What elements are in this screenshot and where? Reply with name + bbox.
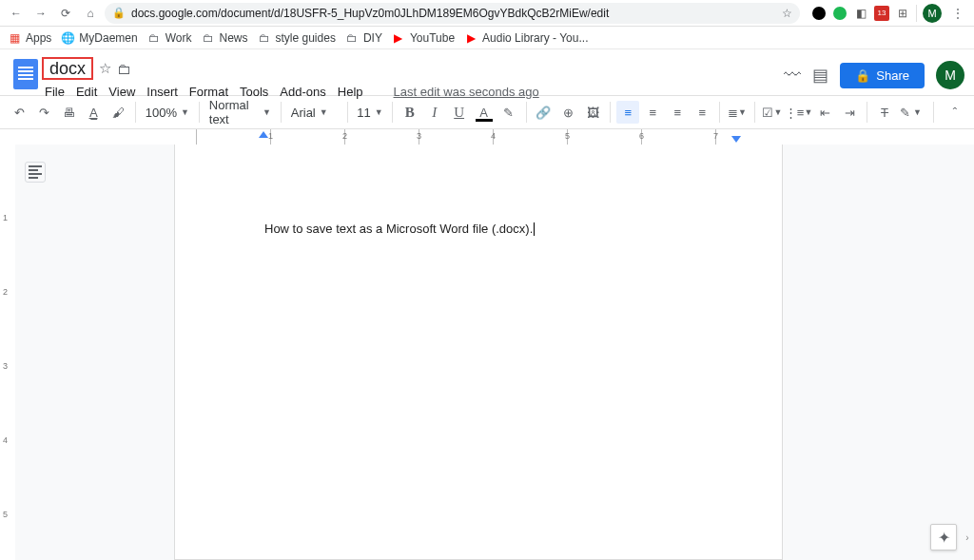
- document-page[interactable]: How to save text as a Microsoft Word fil…: [174, 145, 783, 560]
- collapse-toolbar-button[interactable]: ˆ: [944, 101, 966, 124]
- menu-help[interactable]: Help: [338, 85, 363, 99]
- font-select[interactable]: Arial▼: [287, 101, 341, 124]
- lock-icon: 🔒: [112, 7, 126, 19]
- spellcheck-button[interactable]: A̲: [82, 101, 105, 124]
- bulleted-list-button[interactable]: ⋮≡▼: [786, 101, 811, 124]
- chevron-down-icon: ▼: [375, 107, 383, 117]
- bookmarks-bar: ▦ Apps 🌐 MyDaemen 🗀Work 🗀News 🗀style gui…: [0, 27, 974, 49]
- bookmark-star-icon[interactable]: ☆: [782, 7, 792, 20]
- apps-grid-icon: ▦: [8, 31, 21, 45]
- bookmark-audio-library[interactable]: ▶Audio Library - You...: [464, 31, 588, 45]
- chevron-down-icon: ▼: [263, 107, 271, 117]
- url-bar[interactable]: 🔒 docs.google.com/document/d/18USFR-5_Hu…: [105, 3, 800, 24]
- extensions-area: ◧ 13 ⊞ M ⋮: [804, 3, 968, 24]
- folder-icon: 🗀: [345, 31, 359, 45]
- comments-icon[interactable]: ▤: [812, 65, 828, 86]
- gdocs-logo-icon: [13, 59, 38, 89]
- align-left-button[interactable]: ≡: [616, 101, 639, 124]
- redo-button[interactable]: ↷: [32, 101, 55, 124]
- horizontal-ruler[interactable]: [0, 129, 974, 145]
- insert-comment-button[interactable]: ⊕: [556, 101, 579, 124]
- chevron-down-icon: ▼: [181, 107, 189, 117]
- left-indent-marker-icon[interactable]: [259, 131, 268, 138]
- forward-button[interactable]: →: [30, 3, 51, 24]
- underline-button[interactable]: U: [448, 101, 471, 124]
- highlight-color-button[interactable]: ✎: [497, 101, 520, 124]
- activity-icon[interactable]: 〰: [784, 66, 801, 86]
- bookmark-youtube[interactable]: ▶YouTube: [392, 31, 455, 45]
- italic-button[interactable]: I: [423, 101, 446, 124]
- undo-button[interactable]: ↶: [8, 101, 30, 124]
- ext-lastpass-icon[interactable]: 13: [874, 6, 889, 21]
- decrease-indent-button[interactable]: ⇤: [813, 101, 836, 124]
- align-center-button[interactable]: ≡: [641, 101, 664, 124]
- document-outline-toggle[interactable]: [25, 162, 46, 183]
- folder-icon: 🗀: [147, 31, 161, 45]
- font-size-select[interactable]: 11▼: [354, 101, 386, 124]
- menu-addons[interactable]: Add-ons: [280, 85, 325, 99]
- line-spacing-button[interactable]: ≣▼: [726, 101, 749, 124]
- youtube-icon: ▶: [392, 31, 405, 45]
- globe-icon: 🌐: [61, 31, 74, 45]
- chrome-profile-avatar[interactable]: M: [923, 4, 942, 23]
- menu-edit[interactable]: Edit: [76, 85, 97, 99]
- url-text: docs.google.com/document/d/18USFR-5_HupV…: [131, 7, 776, 20]
- paint-format-button[interactable]: 🖌: [107, 101, 129, 124]
- increase-indent-button[interactable]: ⇥: [838, 101, 861, 124]
- bookmark-news[interactable]: 🗀News: [202, 31, 248, 45]
- align-justify-button[interactable]: ≡: [691, 101, 713, 124]
- ext-evernote-icon[interactable]: ◧: [853, 6, 868, 21]
- menu-format[interactable]: Format: [189, 85, 228, 99]
- folder-icon: 🗀: [258, 31, 271, 45]
- star-icon[interactable]: ☆: [99, 60, 111, 77]
- gdocs-header: docx ☆ 🗀 File Edit View Insert Format To…: [0, 49, 974, 95]
- bookmark-mydaemen[interactable]: 🌐 MyDaemen: [61, 31, 137, 45]
- chrome-menu-button[interactable]: ⋮: [947, 3, 968, 24]
- home-button[interactable]: ⌂: [80, 3, 101, 24]
- scroll-right-button[interactable]: ›: [961, 524, 974, 550]
- ext-grid-icon[interactable]: ⊞: [895, 6, 910, 21]
- last-edit-link[interactable]: Last edit was seconds ago: [394, 85, 539, 99]
- print-button[interactable]: 🖶: [57, 101, 80, 124]
- chevron-down-icon: ▼: [320, 107, 328, 117]
- youtube-icon: ▶: [464, 31, 477, 45]
- move-to-folder-icon[interactable]: 🗀: [117, 61, 131, 77]
- apps-button[interactable]: ▦ Apps: [8, 31, 51, 45]
- menu-insert[interactable]: Insert: [146, 85, 178, 99]
- formatting-toolbar: ↶ ↷ 🖶 A̲ 🖌 100%▼ Normal text▼ Arial▼ 11▼…: [0, 95, 974, 129]
- ext-circle-green-icon[interactable]: [832, 6, 847, 21]
- bold-button[interactable]: B: [399, 101, 421, 124]
- text-color-button[interactable]: A: [473, 101, 496, 124]
- folder-icon: 🗀: [202, 31, 215, 45]
- menu-bar: File Edit View Insert Format Tools Add-o…: [42, 82, 539, 99]
- align-right-button[interactable]: ≡: [666, 101, 689, 124]
- menu-tools[interactable]: Tools: [240, 85, 268, 99]
- ext-circle-black-icon[interactable]: [811, 6, 827, 21]
- paragraph-style-select[interactable]: Normal text▼: [205, 101, 275, 124]
- insert-link-button[interactable]: 🔗: [532, 101, 555, 124]
- menu-file[interactable]: File: [45, 85, 65, 99]
- checklist-button[interactable]: ☑▼: [761, 101, 784, 124]
- document-body-text: How to save text as a Microsoft Word fil…: [264, 222, 533, 236]
- menu-view[interactable]: View: [108, 85, 135, 99]
- vertical-ruler[interactable]: 1 2 3 4 5: [0, 145, 15, 560]
- right-indent-marker-icon[interactable]: [731, 136, 741, 143]
- bookmark-diy[interactable]: 🗀DIY: [345, 31, 382, 45]
- explore-button[interactable]: ✦: [930, 524, 957, 550]
- lock-icon: 🔒: [855, 68, 870, 83]
- reload-button[interactable]: ⟳: [55, 3, 76, 24]
- share-button[interactable]: 🔒 Share: [840, 63, 925, 88]
- insert-image-button[interactable]: 🖼: [581, 101, 604, 124]
- bookmark-style-guides[interactable]: 🗀style guides: [258, 31, 336, 45]
- browser-toolbar: ← → ⟳ ⌂ 🔒 docs.google.com/document/d/18U…: [0, 0, 974, 27]
- zoom-select[interactable]: 100%▼: [142, 101, 193, 124]
- text-cursor: [534, 222, 535, 236]
- document-title[interactable]: docx: [42, 57, 93, 80]
- back-button[interactable]: ←: [6, 3, 27, 24]
- document-canvas-area: 1 2 3 4 5 How to save text as a Microsof…: [0, 145, 974, 560]
- editing-mode-button[interactable]: ✎▼: [898, 101, 924, 124]
- bookmark-work[interactable]: 🗀Work: [147, 31, 192, 45]
- clear-formatting-button[interactable]: T: [873, 101, 896, 124]
- gdocs-home-button[interactable]: [10, 55, 42, 93]
- gdocs-account-avatar[interactable]: M: [936, 61, 964, 89]
